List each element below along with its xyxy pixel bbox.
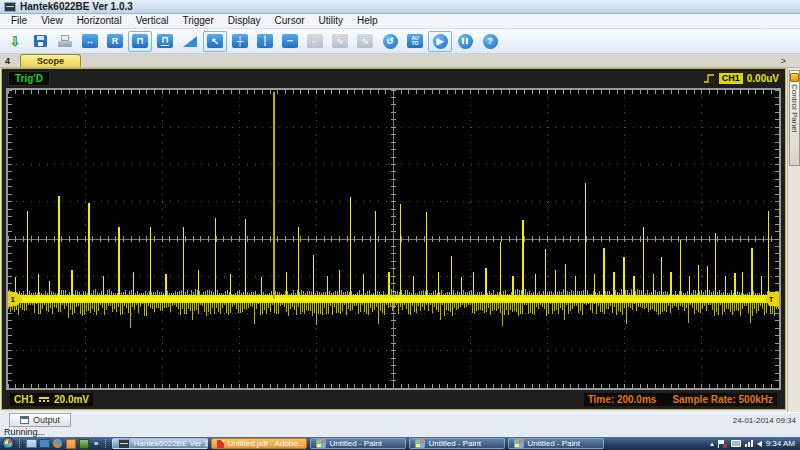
pause-icon (458, 34, 473, 49)
graticule[interactable]: 1T (6, 88, 781, 390)
vertical-cursor-icon: ┆ (257, 34, 273, 48)
tray-expand-icon[interactable]: ▴ (710, 438, 714, 449)
refresh-button[interactable]: ↺ (378, 31, 402, 52)
system-tray: ▴ 9:34 AM (710, 438, 798, 449)
step-wave-button[interactable]: ⌐ (303, 31, 327, 52)
paint-icon (316, 439, 326, 448)
taskbar-button[interactable]: Hantek6022BE Ver 1... (112, 438, 208, 449)
volume-icon[interactable] (757, 441, 762, 447)
time-per-div: Time: 200.0ms (588, 393, 657, 406)
taskbar-button-label: Untitled - Paint (527, 439, 579, 448)
menu-help[interactable]: Help (350, 14, 385, 28)
trigger-marker-label: T (769, 296, 774, 303)
tab-scroll-right-icon[interactable]: > (781, 55, 786, 67)
letter-r-icon: R (107, 34, 123, 48)
taskbar-button-label: Hantek6022BE Ver 1... (133, 439, 208, 448)
windows-taskbar: » Hantek6022BE Ver 1...Untitled.pdf - Ad… (0, 437, 800, 450)
control-panel-label: Control Panel (790, 84, 799, 132)
output-label: Output (33, 415, 60, 425)
taskbar-button[interactable]: Untitled.pdf - Adobe... (211, 438, 307, 449)
measure-icon: ↔ (82, 34, 98, 48)
network-signal-icon[interactable] (745, 440, 753, 447)
auto-set-button[interactable]: AUTO (403, 31, 427, 52)
taskbar-button[interactable]: Untitled - Paint (409, 438, 505, 449)
save-button[interactable] (28, 31, 52, 52)
menu-display[interactable]: Display (221, 14, 268, 28)
paint-icon (415, 439, 425, 448)
record-button[interactable]: R (103, 31, 127, 52)
track-cursor-button[interactable]: ┼ (228, 31, 252, 52)
step-wave-icon: ⌐ (307, 34, 323, 48)
taskbar-button[interactable]: Untitled - Paint (508, 438, 604, 449)
quick-launch-area (26, 438, 89, 449)
orange-app-icon[interactable] (65, 438, 76, 449)
action-center-flag-icon[interactable] (718, 440, 725, 448)
sine-wave-2-button[interactable]: ∿ (353, 31, 377, 52)
status-text: Running... (4, 427, 45, 437)
channel-label: CH1 (14, 393, 34, 406)
sine-wave-icon: ∿ (332, 34, 348, 48)
menu-view[interactable]: View (34, 14, 70, 28)
taskbar-grip (19, 439, 22, 448)
control-panel-tab[interactable]: Control Panel (789, 70, 800, 166)
vertical-cursor-button[interactable]: ┆ (253, 31, 277, 52)
help-button[interactable]: ? (478, 31, 502, 52)
show-desktop-icon (26, 439, 37, 448)
menu-horizontal[interactable]: Horizontal (70, 14, 129, 28)
window-title: Hantek6022BE Ver 1.0.3 (20, 0, 133, 14)
taskbar-button-label: Untitled.pdf - Adobe... (227, 439, 304, 448)
show-desktop-icon[interactable] (26, 438, 37, 449)
tab-scope[interactable]: Scope (20, 54, 81, 67)
play-icon: ▶ (433, 34, 448, 49)
taskbar-clock[interactable]: 9:34 AM (766, 438, 795, 449)
paint-icon (514, 439, 524, 448)
sine-wave-button[interactable]: ∿ (328, 31, 352, 52)
window-app-icon[interactable] (39, 438, 50, 449)
menu-utility[interactable]: Utility (312, 14, 350, 28)
refresh-icon: ↺ (383, 34, 398, 49)
scope-panel: Trig'D CH1 0.00uV 1T CH1 (1, 68, 786, 410)
control-panel-icon (790, 73, 799, 82)
ramp-button[interactable] (178, 31, 202, 52)
scope-top-strip: Trig'D CH1 0.00uV (2, 69, 785, 88)
green-app-icon[interactable] (78, 438, 89, 449)
menu-file[interactable]: File (4, 14, 34, 28)
output-bar: Output 24-01-2014 09:34 (0, 412, 800, 427)
volts-per-div: 20.0mV (54, 393, 89, 406)
ramp-triangle-icon (183, 36, 197, 47)
dc-coupling-icon (39, 397, 49, 402)
cursor-arrow-icon: ↖ (207, 34, 223, 48)
pulse-negative-button[interactable]: ⊓ (153, 31, 177, 52)
print-button[interactable] (53, 31, 77, 52)
pulse-positive-button[interactable]: ⊓ (128, 31, 152, 52)
menu-cursor[interactable]: Cursor (268, 14, 312, 28)
measure-button[interactable]: ↔ (78, 31, 102, 52)
trigger-status-badge: Trig'D (8, 71, 50, 86)
quick-launch-overflow-icon[interactable]: » (94, 438, 98, 449)
browser-icon[interactable] (52, 438, 63, 449)
pdf-icon (217, 440, 224, 448)
battery-icon[interactable] (731, 440, 741, 447)
start-button[interactable]: ▶ (428, 31, 452, 52)
start-button[interactable] (2, 437, 15, 450)
open-button[interactable]: ⇩ (3, 31, 27, 52)
timebase-info: Time: 200.0ms Sample Rate: 500kHz (584, 393, 777, 406)
output-tab[interactable]: Output (9, 413, 71, 427)
app-icon (4, 2, 16, 12)
menu-vertical[interactable]: Vertical (129, 14, 176, 28)
sine-wave-icon: ∿ (357, 34, 373, 48)
taskbar-button[interactable]: Untitled - Paint (310, 438, 406, 449)
status-bar: Running... (0, 427, 800, 437)
menu-trigger[interactable]: Trigger (175, 14, 220, 28)
auto-icon: AUTO (407, 34, 423, 48)
task-buttons-area: Hantek6022BE Ver 1...Untitled.pdf - Adob… (112, 438, 708, 449)
pause-button[interactable] (453, 31, 477, 52)
channel-info[interactable]: CH1 20.0mV (10, 393, 93, 406)
save-floppy-icon (34, 35, 47, 47)
pointer-button[interactable]: ↖ (203, 31, 227, 52)
menu-bar: FileViewHorizontalVerticalTriggerDisplay… (0, 14, 800, 29)
right-sidebar: Control Panel (787, 68, 800, 412)
horizontal-cursor-button[interactable]: ┄ (278, 31, 302, 52)
channel-marker-label: 1 (10, 295, 15, 304)
title-bar[interactable]: Hantek6022BE Ver 1.0.3 (0, 0, 800, 14)
